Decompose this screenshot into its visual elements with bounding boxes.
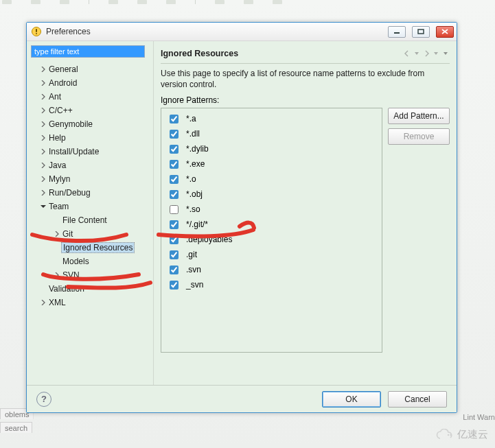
pattern-label: _svn [186,280,203,290]
chevron-right-icon[interactable] [39,163,47,168]
tree-item-label: Mylyn [47,174,71,184]
titlebar[interactable]: Preferences [27,23,457,41]
add-pattern-button[interactable]: Add Pattern... [388,108,450,124]
minimize-button[interactable] [388,26,406,38]
pattern-checkbox[interactable] [170,130,179,139]
pattern-checkbox[interactable] [170,205,179,214]
chevron-right-icon[interactable] [39,121,47,127]
tree-item[interactable]: XML [31,296,149,309]
pattern-checkbox[interactable] [170,250,179,259]
chevron-right-icon[interactable] [39,149,47,154]
tree-item[interactable]: Genymobile [31,117,149,131]
pattern-checkbox[interactable] [170,145,179,154]
chevron-right-icon[interactable] [53,272,61,278]
close-icon [441,29,448,34]
tree-item-label: Run/Debug [47,188,92,198]
tree-item-label: SVN [61,270,81,280]
app-icon [31,26,42,37]
ok-button[interactable]: OK [322,391,381,408]
pattern-row[interactable]: .svn [164,262,379,277]
pattern-row[interactable]: *.exe [164,156,379,172]
pattern-label: *.obj [186,189,203,199]
background-lint-label: Lint Warn [463,413,495,421]
chevron-down-icon[interactable] [432,49,440,58]
pattern-row[interactable]: */.git/* [164,217,379,232]
svg-rect-3 [36,29,37,32]
pattern-checkbox[interactable] [170,281,179,290]
tree-item[interactable]: Install/Update [31,145,149,158]
pattern-checkbox[interactable] [170,220,179,229]
pattern-row[interactable]: *.so [164,202,379,217]
tree-item[interactable]: Validation [31,282,149,296]
tree-subitem[interactable]: Models [31,255,149,268]
help-button[interactable]: ? [36,392,51,407]
tree-item[interactable]: Android [31,76,149,90]
tree-item[interactable]: Team [31,200,149,213]
chevron-right-icon[interactable] [39,190,47,196]
chevron-right-icon[interactable] [39,300,47,305]
tree-item-label: Validation [47,284,86,294]
pattern-checkbox[interactable] [170,115,179,123]
pattern-row[interactable]: _svn [164,277,379,292]
pattern-row[interactable]: *.obj [164,187,379,202]
chevron-right-icon[interactable] [39,67,47,72]
ignore-patterns-list[interactable]: *.a*.dll*.dylib*.exe*.o*.obj*.so*/.git/*… [161,108,382,353]
pattern-label: .git [186,250,197,259]
header-separator [161,63,450,64]
pattern-row[interactable]: *.dll [164,126,379,141]
watermark: 亿速云 [435,428,488,441]
svg-rect-4 [36,33,37,34]
pattern-row[interactable]: *.o [164,172,379,187]
category-tree[interactable]: GeneralAndroidAntC/C++GenymobileHelpInst… [31,62,149,408]
pattern-row[interactable]: *.a [164,111,379,126]
tree-item-label: Ant [47,92,62,102]
cancel-button[interactable]: Cancel [388,391,447,408]
tree-subitem[interactable]: Ignored Resources [31,241,149,255]
menu-chevron-icon[interactable] [441,49,450,58]
filter-input[interactable] [32,46,144,57]
pattern-row[interactable]: *.dylib [164,141,379,156]
remove-button[interactable]: Remove [388,128,450,145]
tree-item-label: XML [47,298,67,307]
tree-item[interactable]: C/C++ [31,104,149,117]
pattern-row[interactable]: .git [164,247,379,262]
tree-item[interactable]: General [31,62,149,76]
chevron-right-icon[interactable] [39,108,47,113]
pattern-label: *.o [186,174,196,184]
tree-item[interactable]: Help [31,131,149,145]
pattern-row[interactable]: .deployables [164,232,379,247]
pattern-label: *.dll [186,129,200,139]
pattern-checkbox[interactable] [170,235,179,244]
nav-forward-icon[interactable] [422,49,430,58]
tree-item-label: C/C++ [47,106,74,115]
tree-item-label: Help [47,133,67,143]
chevron-right-icon[interactable] [39,80,47,86]
tree-subitem[interactable]: File Content [31,213,149,227]
close-button[interactable] [436,26,454,38]
chevron-down-icon[interactable] [413,49,421,58]
background-toolbar [0,0,495,5]
content-panel: Ignored Resources Use this page to speci… [154,41,457,412]
pattern-checkbox[interactable] [170,190,179,199]
tree-item[interactable]: Java [31,158,149,172]
pattern-checkbox[interactable] [170,175,179,184]
tree-item-label: Team [47,202,70,211]
preferences-dialog: Preferences GeneralAndroidAntC/C++Genymo… [26,22,457,413]
chevron-right-icon[interactable] [39,94,47,99]
tree-item[interactable]: Ant [31,90,149,104]
tree-item[interactable]: Run/Debug [31,186,149,200]
pattern-checkbox[interactable] [170,160,179,169]
patterns-label: Ignore Patterns: [161,95,450,105]
pattern-checkbox[interactable] [170,266,179,274]
tree-subitem[interactable]: SVN [31,268,149,282]
chevron-down-icon[interactable] [39,204,47,209]
tree-subitem[interactable]: Git [31,227,149,241]
chevron-right-icon[interactable] [39,135,47,141]
pattern-label: .deployables [186,235,232,244]
chevron-right-icon[interactable] [53,231,61,237]
maximize-button[interactable] [412,26,430,38]
background-tab: search [0,422,32,433]
nav-back-icon[interactable] [403,49,411,58]
chevron-right-icon[interactable] [39,176,47,182]
tree-item[interactable]: Mylyn [31,172,149,186]
